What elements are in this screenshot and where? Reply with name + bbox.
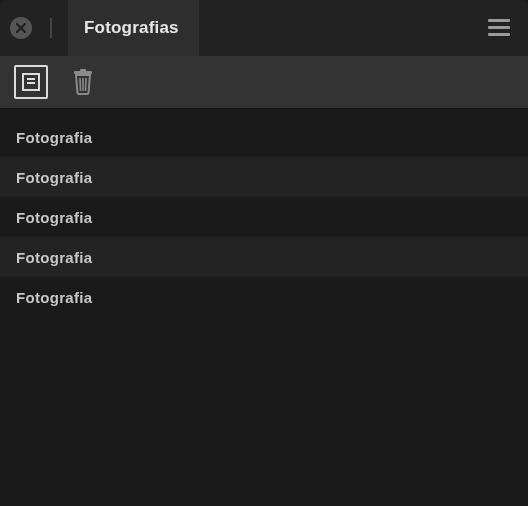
toolbar <box>0 56 528 109</box>
list-item-label: Fotografia <box>16 129 92 146</box>
list-item[interactable]: Fotografia <box>0 157 528 197</box>
list-item-label: Fotografia <box>16 169 92 186</box>
delete-button[interactable] <box>66 65 100 99</box>
properties-button[interactable] <box>14 65 48 99</box>
svg-line-12 <box>86 78 87 91</box>
titlebar: Fotografias <box>0 0 528 56</box>
hamburger-icon <box>488 19 510 37</box>
tab-label: Fotografias <box>84 18 179 38</box>
trash-icon <box>72 69 94 95</box>
list-item[interactable]: Fotografia <box>0 277 528 317</box>
svg-rect-2 <box>488 19 510 22</box>
svg-rect-6 <box>27 78 35 80</box>
svg-rect-3 <box>488 26 510 29</box>
list-item-label: Fotografia <box>16 289 92 306</box>
svg-line-10 <box>80 78 81 91</box>
svg-rect-7 <box>27 82 35 84</box>
svg-rect-4 <box>488 33 510 36</box>
panel-window: Fotografias <box>0 0 528 506</box>
list-item[interactable]: Fotografia <box>0 237 528 277</box>
list-item[interactable]: Fotografia <box>0 117 528 157</box>
properties-icon <box>22 73 40 91</box>
item-list[interactable]: Fotografia Fotografia Fotografia Fotogra… <box>0 109 528 506</box>
tab-fotografias[interactable]: Fotografias <box>68 0 199 56</box>
panel-menu-button[interactable] <box>486 15 512 41</box>
list-item[interactable]: Fotografia <box>0 197 528 237</box>
svg-rect-9 <box>80 69 86 72</box>
tab-group-divider <box>50 18 52 38</box>
list-item-label: Fotografia <box>16 249 92 266</box>
list-item-label: Fotografia <box>16 209 92 226</box>
close-icon <box>16 23 26 33</box>
close-button[interactable] <box>10 17 32 39</box>
